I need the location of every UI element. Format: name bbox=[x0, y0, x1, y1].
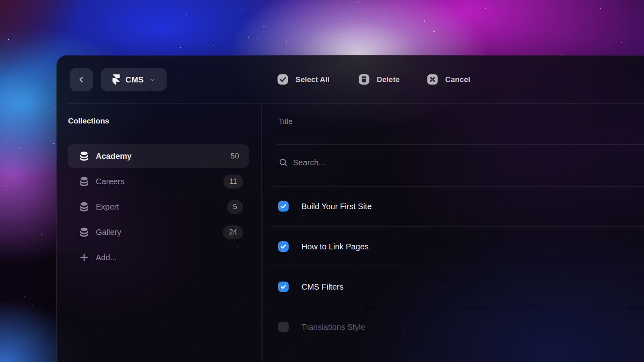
star bbox=[600, 8, 601, 9]
star bbox=[242, 9, 242, 10]
star bbox=[19, 147, 20, 148]
database-icon bbox=[80, 227, 89, 237]
row-title: CMS Filters bbox=[301, 267, 343, 307]
chevron-down-icon bbox=[149, 77, 155, 83]
row-title: How to Link Pages bbox=[301, 226, 369, 267]
back-button[interactable] bbox=[70, 68, 93, 91]
toolbar-divider bbox=[68, 103, 644, 104]
star bbox=[5, 186, 6, 187]
star bbox=[485, 8, 486, 9]
delete-button[interactable]: Delete bbox=[359, 74, 400, 85]
sidebar-item-label: Gallery bbox=[96, 228, 216, 237]
row-checkbox[interactable] bbox=[278, 241, 289, 252]
sidebar-item-gallery[interactable]: Gallery 24 bbox=[68, 220, 249, 244]
star bbox=[343, 34, 343, 35]
sidebar-item-academy[interactable]: Academy 50 bbox=[68, 144, 249, 168]
sidebar-item-label: Expert bbox=[96, 202, 220, 212]
cms-menu-label: CMS bbox=[126, 75, 144, 84]
collections-title: Collections bbox=[68, 117, 109, 125]
trash-icon bbox=[359, 74, 369, 85]
star bbox=[433, 31, 435, 32]
search-input[interactable] bbox=[293, 158, 628, 167]
delete-label: Delete bbox=[377, 75, 400, 84]
sidebar-item-label: Academy bbox=[96, 152, 223, 161]
star bbox=[286, 41, 287, 42]
star bbox=[32, 304, 33, 305]
star bbox=[313, 39, 314, 39]
column-header-title: Title bbox=[279, 117, 293, 126]
table-row[interactable]: CMS Filters bbox=[261, 267, 644, 307]
cms-window: CMS Select All Delete bbox=[56, 55, 644, 362]
cancel-button[interactable]: Cancel bbox=[427, 74, 470, 85]
chevron-left-icon bbox=[77, 75, 86, 84]
search-bar bbox=[279, 156, 628, 169]
item-count-badge: 11 bbox=[223, 175, 243, 189]
screen: CMS Select All Delete bbox=[0, 0, 644, 362]
star bbox=[357, 1, 359, 2]
collections-list: Academy 50 Careers 11 Expert 5 bbox=[68, 144, 249, 271]
star bbox=[134, 51, 134, 52]
star bbox=[263, 26, 264, 27]
star bbox=[213, 45, 214, 46]
star bbox=[54, 108, 55, 109]
cms-menu-button[interactable]: CMS bbox=[101, 68, 167, 91]
cancel-label: Cancel bbox=[445, 75, 470, 84]
row-title: Translations Style bbox=[301, 307, 365, 347]
database-icon bbox=[80, 151, 89, 161]
star bbox=[24, 296, 25, 297]
row-title: Build Your First Site bbox=[301, 186, 372, 226]
star bbox=[180, 47, 181, 48]
select-all-label: Select All bbox=[295, 75, 330, 84]
star bbox=[621, 42, 622, 43]
add-collection-label: Add... bbox=[96, 253, 243, 262]
sidebar-item-careers[interactable]: Careers 11 bbox=[68, 170, 249, 193]
x-icon bbox=[427, 74, 438, 85]
sidebar-item-label: Careers bbox=[96, 177, 216, 186]
database-icon bbox=[80, 202, 89, 212]
table-row[interactable]: Build Your First Site bbox=[261, 186, 644, 226]
select-all-checkbox-icon bbox=[277, 74, 288, 85]
row-checkbox[interactable] bbox=[278, 201, 289, 212]
table-row[interactable]: Translations Style bbox=[261, 307, 644, 347]
star bbox=[123, 39, 124, 39]
item-count-badge: 5 bbox=[227, 200, 243, 214]
star bbox=[8, 39, 9, 40]
star bbox=[248, 37, 249, 38]
star bbox=[186, 14, 187, 14]
star bbox=[257, 38, 258, 39]
search-icon bbox=[279, 158, 288, 167]
database-icon bbox=[80, 177, 89, 187]
item-count: 50 bbox=[231, 152, 239, 160]
row-checkbox[interactable] bbox=[278, 322, 289, 332]
add-collection-button[interactable]: Add... bbox=[68, 246, 249, 269]
item-count-badge: 24 bbox=[223, 225, 243, 239]
star bbox=[53, 143, 54, 144]
row-checkbox[interactable] bbox=[278, 282, 289, 292]
select-all-button[interactable]: Select All bbox=[277, 74, 330, 85]
plus-icon bbox=[80, 253, 89, 262]
framer-logo-icon bbox=[112, 74, 120, 85]
sidebar-item-expert[interactable]: Expert 5 bbox=[68, 195, 249, 218]
star bbox=[424, 21, 425, 22]
header-divider bbox=[276, 144, 644, 145]
table-row[interactable]: How to Link Pages bbox=[261, 226, 644, 267]
star bbox=[41, 234, 42, 235]
